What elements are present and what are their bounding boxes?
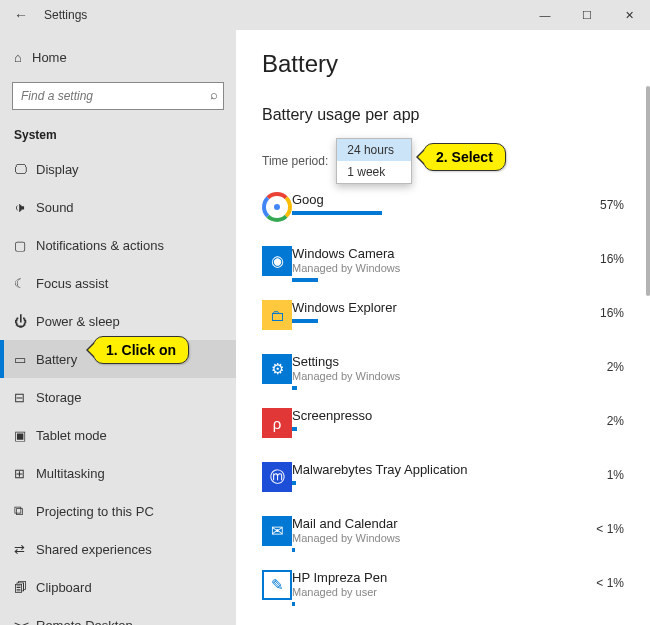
sidebar-home[interactable]: ⌂ Home [0, 38, 236, 76]
back-icon[interactable]: ← [14, 7, 34, 23]
sidebar-item-label: Power & sleep [36, 314, 120, 329]
search-input[interactable] [12, 82, 224, 110]
sidebar-item-focus-assist[interactable]: ☾Focus assist [0, 264, 236, 302]
minimize-icon[interactable]: — [524, 0, 566, 30]
settings-icon: ⚙ [262, 354, 292, 384]
notifications-icon: ▢ [14, 238, 36, 253]
sound-icon: 🕩 [14, 200, 36, 215]
sidebar-item-label: Projecting to this PC [36, 504, 154, 519]
sidebar-item-label: Tablet mode [36, 428, 107, 443]
titlebar: ← Settings — ☐ ✕ [0, 0, 650, 30]
search-box: ⌕ [12, 82, 224, 110]
sidebar-item-shared-experiences[interactable]: ⇄Shared experiences [0, 530, 236, 568]
sidebar-item-display[interactable]: 🖵Display [0, 150, 236, 188]
focus-icon: ☾ [14, 276, 36, 291]
maximize-icon[interactable]: ☐ [566, 0, 608, 30]
app-percent: 16% [578, 300, 624, 320]
battery-icon: ▭ [14, 352, 36, 367]
sidebar-item-label: Shared experiences [36, 542, 152, 557]
storage-icon: ⊟ [14, 390, 36, 405]
list-item[interactable]: ⓜ Malwarebytes Tray Application 1% [262, 462, 624, 516]
list-item[interactable]: ✎ HP Impreza Pen Managed by user < 1% [262, 570, 624, 624]
app-subtext: Managed by Windows [292, 370, 578, 382]
app-name: Screenpresso [292, 408, 578, 423]
app-percent: < 1% [578, 516, 624, 536]
sidebar-home-label: Home [32, 50, 67, 65]
sidebar-item-power-sleep[interactable]: ⏻Power & sleep [0, 302, 236, 340]
sidebar-item-label: Storage [36, 390, 82, 405]
screenpresso-icon: ρ [262, 408, 292, 438]
app-list: Goog 57% ◉ Windows Camera Managed by Win… [262, 192, 624, 624]
time-period-label: Time period: [262, 154, 328, 168]
sidebar-item-label: Notifications & actions [36, 238, 164, 253]
tablet-icon: ▣ [14, 428, 36, 443]
power-icon: ⏻ [14, 314, 36, 329]
pen-icon: ✎ [262, 570, 292, 600]
list-item[interactable]: ✉ Mail and Calendar Managed by Windows <… [262, 516, 624, 570]
app-name: HP Impreza Pen [292, 570, 578, 585]
chrome-icon [262, 192, 292, 222]
sidebar-item-label: Clipboard [36, 580, 92, 595]
app-name: Windows Explorer [292, 300, 578, 315]
sidebar-item-label: Multitasking [36, 466, 105, 481]
camera-icon: ◉ [262, 246, 292, 276]
usage-bar [292, 319, 318, 323]
explorer-icon: 🗀 [262, 300, 292, 330]
sidebar-item-storage[interactable]: ⊟Storage [0, 378, 236, 416]
app-name: Settings [292, 354, 578, 369]
usage-bar [292, 548, 295, 552]
usage-bar [292, 211, 382, 215]
app-percent: 2% [578, 408, 624, 428]
usage-bar [292, 481, 296, 485]
sidebar-item-label: Battery [36, 352, 77, 367]
content: Battery Battery usage per app Time perio… [236, 30, 650, 625]
sidebar-item-multitasking[interactable]: ⊞Multitasking [0, 454, 236, 492]
app-subtext: Managed by Windows [292, 532, 578, 544]
close-icon[interactable]: ✕ [608, 0, 650, 30]
list-item[interactable]: 🗀 Windows Explorer 16% [262, 300, 624, 354]
dropdown-option-1-week[interactable]: 1 week [337, 161, 411, 183]
sidebar-item-notifications[interactable]: ▢Notifications & actions [0, 226, 236, 264]
sidebar-item-tablet-mode[interactable]: ▣Tablet mode [0, 416, 236, 454]
usage-bar [292, 278, 318, 282]
list-item[interactable]: Goog 57% [262, 192, 624, 246]
app-percent: 16% [578, 246, 624, 266]
multitasking-icon: ⊞ [14, 466, 36, 481]
list-item[interactable]: ⚙ Settings Managed by Windows 2% [262, 354, 624, 408]
window-title: Settings [44, 8, 87, 22]
app-percent: < 1% [578, 570, 624, 590]
window-controls: — ☐ ✕ [524, 0, 650, 30]
list-item[interactable]: ρ Screenpresso 2% [262, 408, 624, 462]
sidebar: ⌂ Home ⌕ System 🖵Display 🕩Sound ▢Notific… [0, 30, 236, 625]
mail-icon: ✉ [262, 516, 292, 546]
list-item[interactable]: ◉ Windows Camera Managed by Windows 16% [262, 246, 624, 300]
search-icon: ⌕ [210, 87, 218, 102]
sidebar-item-label: Focus assist [36, 276, 108, 291]
sidebar-group-label: System [0, 120, 236, 150]
app-name: Goog [292, 192, 578, 207]
sidebar-item-remote-desktop[interactable]: ><Remote Desktop [0, 606, 236, 625]
dropdown-option-24-hours[interactable]: 24 hours [337, 139, 411, 161]
scrollbar-thumb[interactable] [646, 86, 650, 296]
section-title: Battery usage per app [262, 106, 624, 124]
callout-1: 1. Click on [93, 336, 189, 364]
sidebar-item-projecting[interactable]: ⧉Projecting to this PC [0, 492, 236, 530]
sidebar-item-label: Sound [36, 200, 74, 215]
usage-bar [292, 386, 297, 390]
app-percent: 1% [578, 462, 624, 482]
callout-2: 2. Select [423, 143, 506, 171]
shared-icon: ⇄ [14, 542, 36, 557]
app-percent: 2% [578, 354, 624, 374]
malwarebytes-icon: ⓜ [262, 462, 292, 492]
app-name: Windows Camera [292, 246, 578, 261]
time-period-dropdown[interactable]: 24 hours 1 week [336, 138, 412, 184]
page-title: Battery [262, 50, 624, 78]
sidebar-item-sound[interactable]: 🕩Sound [0, 188, 236, 226]
app-subtext: Managed by Windows [292, 262, 578, 274]
sidebar-item-clipboard[interactable]: 🗐Clipboard [0, 568, 236, 606]
usage-bar [292, 427, 297, 431]
app-subtext: Managed by user [292, 586, 578, 598]
sidebar-item-label: Remote Desktop [36, 618, 133, 626]
clipboard-icon: 🗐 [14, 580, 36, 595]
app-percent: 57% [578, 192, 624, 212]
